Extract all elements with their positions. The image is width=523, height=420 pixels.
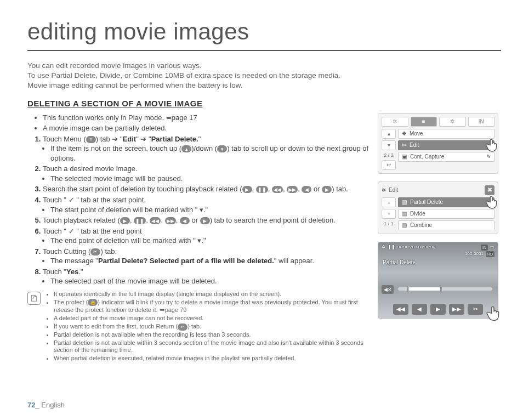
partial-delete-label: Partial Delete. bbox=[151, 135, 198, 143]
note-5: Partial deletion is not available when t… bbox=[54, 331, 370, 339]
step-text: Touch Cutting (✂) tab. bbox=[43, 247, 117, 256]
note-6: Partial deletion is not available within… bbox=[54, 339, 370, 355]
progress-bar[interactable] bbox=[398, 287, 492, 291]
page-ref-icon bbox=[166, 113, 172, 122]
step-back-icon: ◀ bbox=[302, 186, 311, 193]
step-text: Touch Menu (≡) tab ➔ "Edit" ➔ "Partial D… bbox=[43, 135, 201, 143]
fig1-row-move[interactable]: ✥ Move bbox=[398, 129, 494, 139]
yes-label: Yes bbox=[66, 268, 78, 276]
step-fwd-icon: ▶ bbox=[200, 217, 210, 224]
step-back-button[interactable]: ◀ bbox=[412, 304, 427, 315]
fig1-tab-settings[interactable]: ✲ bbox=[439, 117, 466, 127]
step-text: Touch "Yes." bbox=[43, 268, 83, 276]
move-icon: ✥ bbox=[402, 130, 406, 138]
fig1-tab-list[interactable]: ≡ bbox=[411, 117, 437, 127]
step-list: Touch Menu (≡) tab ➔ "Edit" ➔ "Partial D… bbox=[27, 134, 370, 286]
progress-selection bbox=[407, 287, 440, 291]
page-footer: 72_ English bbox=[27, 400, 65, 410]
step-4-sub: The start point of deletion will be mark… bbox=[50, 205, 370, 215]
fig1-row-cont-capture[interactable]: ▣ Cont. Capture ✎ bbox=[398, 152, 494, 162]
fig1-pager: 2 / 2 bbox=[382, 152, 396, 158]
fig1-back-button[interactable]: ↩ bbox=[382, 160, 396, 170]
forward-icon: ▶▶ bbox=[165, 217, 176, 224]
figure-video-editor: ✲ ❚❚ 00:00:20 / 00:30:00 IN ▭ 100-0001 H… bbox=[378, 242, 498, 319]
in-badge: IN bbox=[481, 245, 488, 251]
step-text: Touch " ✓ " tab at the end point bbox=[43, 227, 142, 235]
card-icon: ▭ bbox=[490, 245, 494, 251]
intro-paragraph: You can edit recorded movie images in va… bbox=[27, 61, 501, 91]
row-label: Edit bbox=[410, 141, 419, 149]
fig2-down-button[interactable]: ▾ bbox=[382, 209, 396, 219]
marker-end[interactable] bbox=[440, 286, 442, 292]
bullet-partial-delete: A movie image can be partially deleted. bbox=[43, 123, 370, 133]
play-icon: ▶ bbox=[242, 186, 252, 193]
edit-icon: ✄ bbox=[402, 141, 406, 149]
step-fwd-icon: ▶ bbox=[322, 186, 332, 193]
bullet-play-mode: This function works only in Play mode. p… bbox=[43, 113, 370, 123]
rewind-button[interactable]: ◀◀ bbox=[393, 304, 408, 315]
pointer-hand-icon bbox=[484, 138, 501, 154]
up-icon: ▴ bbox=[181, 145, 191, 152]
step-text: Touch a desired movie image. bbox=[43, 164, 138, 173]
play-button[interactable]: ▶ bbox=[430, 304, 446, 315]
page-number: 72 bbox=[27, 401, 35, 409]
pointer-hand-icon bbox=[485, 305, 503, 323]
play-icon: ▶ bbox=[120, 217, 130, 224]
row-label: Combine bbox=[410, 222, 432, 229]
timestamp: 00:00:20 / 00:30:00 bbox=[397, 245, 435, 251]
lock-icon: 🔒 bbox=[88, 299, 98, 306]
step-8: Touch "Yes." The selected part of the mo… bbox=[43, 267, 370, 286]
fig1-row-edit[interactable]: ✄ Edit bbox=[398, 140, 494, 150]
menu-icon: ≡ bbox=[86, 136, 96, 143]
mute-button[interactable]: ◀✕ bbox=[382, 285, 394, 294]
fig2-up-button[interactable]: ▴ bbox=[382, 197, 396, 207]
step-forward-button[interactable]: ▶▶ bbox=[449, 304, 464, 315]
combine-icon: ▥ bbox=[402, 222, 407, 229]
forward-icon: ▶▶ bbox=[287, 186, 298, 193]
fig2-row-divide[interactable]: ▥ Divide bbox=[398, 209, 494, 219]
edit-label: Edit bbox=[123, 135, 137, 143]
page-title: editing movie images bbox=[27, 16, 501, 51]
scissors-icon: ✂ bbox=[90, 248, 100, 256]
fig1-reel-tab[interactable]: ✲ bbox=[382, 117, 408, 127]
check-icon: ✓ bbox=[69, 196, 75, 204]
row-label: Cont. Capture bbox=[410, 153, 444, 161]
fig1-down-button[interactable]: ▾ bbox=[382, 140, 396, 150]
fig2-row-combine[interactable]: ▥ Combine bbox=[398, 220, 494, 230]
fig2-row-partial-delete[interactable]: ▥ Partial Delete bbox=[398, 197, 494, 207]
step-2-sub: The selected movie image will be paused. bbox=[50, 174, 370, 184]
mode-label: Partial Delete bbox=[383, 259, 416, 266]
marker-start[interactable] bbox=[407, 286, 409, 292]
step-6: Touch " ✓ " tab at the end point The end… bbox=[43, 226, 370, 246]
note-1: It operates identically in the full imag… bbox=[54, 291, 370, 298]
step-7: Touch Cutting (✂) tab. The message "Part… bbox=[43, 247, 370, 266]
step-6-sub: The end point of deletion will be marked… bbox=[50, 236, 370, 246]
pause-icon: ❚❚ bbox=[134, 217, 146, 224]
return-icon: ↩ bbox=[178, 323, 187, 331]
fig2-pager: 1 / 1 bbox=[382, 220, 396, 227]
step-2: Touch a desired movie image. The selecte… bbox=[43, 164, 370, 183]
row-label: Partial Delete bbox=[410, 198, 443, 206]
cut-button[interactable]: ✂ bbox=[468, 304, 483, 315]
reel-icon: ✲ bbox=[382, 245, 385, 251]
note-2: The protect (🔒) indicator will blink if … bbox=[54, 299, 370, 315]
row-label: Divide bbox=[410, 210, 425, 218]
divide-icon: ▥ bbox=[402, 210, 407, 218]
preamble-bullets: This function works only in Play mode. p… bbox=[27, 113, 370, 133]
page-ref-icon bbox=[160, 307, 165, 313]
step-back-icon: ◀ bbox=[180, 217, 190, 224]
confirm-message: Partial Delete? Selected part of a file … bbox=[98, 257, 274, 265]
page-ref: page 17 bbox=[172, 113, 197, 122]
rewind-icon: ◀◀ bbox=[272, 186, 283, 193]
marker-icon: ▾ bbox=[200, 206, 203, 214]
down-icon: ▾ bbox=[217, 145, 227, 152]
language-label: English bbox=[39, 401, 65, 409]
intro-line-2: To use Partial Delete, Divide, or Combin… bbox=[27, 71, 501, 81]
step-7-sub: The message "Partial Delete? Selected pa… bbox=[50, 256, 370, 266]
intro-line-1: You can edit recorded movie images in va… bbox=[27, 61, 501, 71]
fig1-up-button[interactable]: ▴ bbox=[382, 129, 396, 139]
fig1-tab-in[interactable]: IN bbox=[468, 117, 495, 127]
step-5: Touch playback related (▶, ❚❚, ◀◀, ▶▶, ◀… bbox=[43, 215, 370, 225]
reel-icon: ✲ bbox=[382, 186, 386, 194]
fig2-close-button[interactable]: ✖ bbox=[485, 185, 494, 195]
